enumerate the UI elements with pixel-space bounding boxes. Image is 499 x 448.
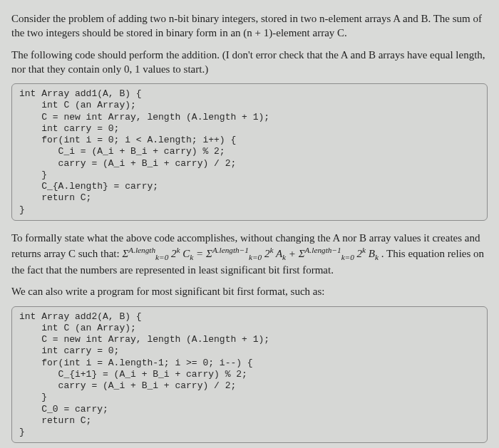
equals: = [196, 248, 206, 259]
sum2-lower: k=0 [249, 253, 262, 261]
sub-k-c: k [190, 253, 193, 261]
paragraph-msb: We can also write a program for most sig… [11, 284, 488, 298]
plus: + [289, 248, 299, 259]
code-block-add2: int Array add2(A, B) { int C (an Array);… [11, 306, 488, 444]
sum3-lower: k=0 [341, 253, 354, 261]
sum2-upper: A.length−1 [212, 246, 249, 254]
sigma-icon: Σ [122, 248, 128, 259]
paragraph-formal: To formally state what the above code ac… [11, 231, 488, 278]
two-3: 2 [357, 248, 363, 259]
code-block-add1: int Array add1(A, B) { int C (an Array);… [11, 83, 488, 221]
sum1-upper: A.length [128, 246, 155, 254]
paragraph-intro-1: Consider the problem of adding two n-bit… [11, 11, 488, 41]
paragraph-intro-2: The following code should perform the ad… [11, 48, 488, 77]
two-1: 2 [171, 248, 177, 259]
exp-k-3: k [362, 246, 366, 254]
equation: ΣA.lengthk=0 2k Ck = ΣA.length−1k=0 2k A… [122, 248, 381, 259]
var-B: B [369, 248, 375, 259]
sum3-upper: A.length−1 [305, 246, 341, 254]
sub-k-a: k [282, 253, 286, 261]
sigma-icon: Σ [206, 248, 212, 259]
sub-k-b: k [375, 253, 379, 261]
exp-k-2: k [269, 246, 273, 254]
var-A: A [276, 248, 282, 259]
exp-k-1: k [177, 246, 180, 254]
sigma-icon: Σ [299, 248, 305, 259]
var-C: C [182, 248, 190, 259]
sum1-lower: k=0 [155, 253, 168, 261]
